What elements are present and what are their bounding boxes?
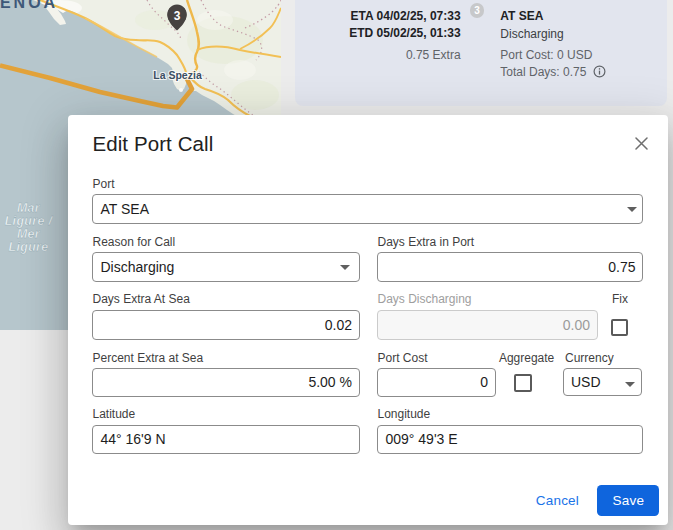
svg-text:Ligure /: Ligure /: [5, 214, 54, 228]
svg-text:GENOA: GENOA: [0, 0, 58, 11]
svg-text:Mer: Mer: [17, 227, 41, 241]
svg-text:Ligure: Ligure: [9, 240, 49, 254]
svg-text:3: 3: [174, 9, 181, 23]
svg-text:La Spezia: La Spezia: [153, 69, 202, 81]
